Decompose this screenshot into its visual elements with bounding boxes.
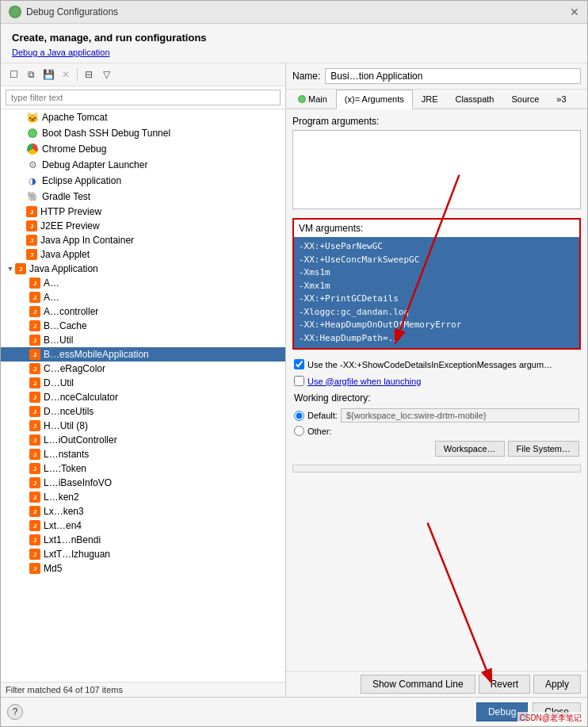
filter-status: Filter matched 64 of 107 items — [6, 685, 123, 694]
dialog-icon — [9, 6, 21, 18]
tree-item-java-applet[interactable]: J Java Applet — [1, 247, 285, 262]
workspace-buttons: Workspace… File System… — [294, 438, 579, 460]
program-args-input[interactable] — [292, 130, 581, 209]
tree-item-child-lnstants[interactable]: J L…nstants — [1, 447, 285, 461]
tree-item-child-lbaseinfo[interactable]: J L…iBaseInfoVO — [1, 476, 285, 490]
tree-item-child-dutil[interactable]: J D…Util — [1, 376, 285, 390]
tab-arguments[interactable]: (x)= Arguments — [336, 90, 413, 109]
tree-item-child-lxken3[interactable]: J Lx…ken3 — [1, 504, 285, 518]
vm-args-content[interactable]: -XX:+UseParNewGC -XX:+UseConcMarkSweepGC… — [294, 237, 579, 348]
tree-item-debug-adapter[interactable]: ⚙ Debug Adapter Launcher — [1, 157, 285, 173]
java-icon: J — [29, 320, 40, 331]
tree-item-child-a1[interactable]: J A… — [1, 276, 285, 290]
filter-button[interactable]: ⊟ — [81, 67, 97, 82]
help-button[interactable]: ? — [7, 704, 23, 720]
java-icon: J — [29, 434, 40, 446]
checkbox-row-1: Use the -XX:+ShowCodeDetailsInExceptionM… — [292, 356, 581, 373]
delete-button[interactable]: ✕ — [58, 67, 74, 82]
tree-label: D…nceCalculator — [44, 392, 118, 403]
filter-input[interactable] — [6, 90, 281, 105]
tree-item-apache-tomcat[interactable]: 🐱 Apache Tomcat — [1, 109, 285, 125]
watermark: CSDN@老李笔记 — [517, 712, 585, 725]
tab-source[interactable]: Source — [502, 90, 548, 108]
file-system-button[interactable]: File System… — [508, 441, 579, 457]
tree-item-child-lxttlzhuguan[interactable]: J LxtT…lzhuguan — [1, 547, 285, 561]
revert-button[interactable]: Revert — [479, 675, 530, 694]
java-icon: J — [29, 549, 40, 560]
title-bar: Debug Configurations ✕ — [1, 1, 587, 24]
tree-item-http-preview[interactable]: J HTTP Preview — [1, 205, 285, 219]
name-input[interactable] — [325, 68, 581, 84]
subtitle-link[interactable]: Debug a Java application — [12, 48, 110, 57]
java-icon: J — [29, 477, 40, 488]
tree-item-child-md5[interactable]: J Md5 — [1, 561, 285, 576]
tab-more[interactable]: »3 — [548, 90, 575, 108]
tree-item-child-cragcolor[interactable]: J C…eRagColor — [1, 362, 285, 376]
tree-item-child-lken2[interactable]: J L…ken2 — [1, 490, 285, 504]
tree-item-child-butil[interactable]: J B…Util — [1, 333, 285, 347]
tab-jre[interactable]: JRE — [413, 90, 447, 108]
tree-label: A… — [44, 292, 59, 303]
tab-arguments-label: (x)= Arguments — [345, 94, 404, 104]
tree-label: Chrome Debug — [42, 143, 106, 155]
apply-button[interactable]: Apply — [533, 675, 581, 694]
java-icon: J — [26, 206, 37, 217]
tree-item-child-acontroller[interactable]: J A…controller — [1, 304, 285, 319]
tree-item-gradle-test[interactable]: 🐘 Gradle Test — [1, 189, 285, 205]
chrome-icon — [26, 143, 39, 155]
default-radio[interactable] — [294, 411, 304, 421]
tree-label: Apache Tomcat — [42, 112, 108, 123]
tree-item-child-lxten4[interactable]: J Lxt…en4 — [1, 518, 285, 533]
tree-label: B…essMobileApplication — [44, 349, 149, 360]
default-dir-input[interactable] — [341, 408, 579, 423]
tree-item-child-ltoken[interactable]: J L…:Token — [1, 461, 285, 476]
tabs-row: Main (x)= Arguments JRE Classpath Source… — [286, 90, 587, 109]
tree-item-child-hutil8[interactable]: J H…Util (8) — [1, 419, 285, 433]
default-label: Default: — [307, 411, 338, 420]
other-radio-row: Other: — [294, 424, 579, 438]
tab-jre-label: JRE — [422, 94, 438, 104]
status-bar: Filter matched 64 of 107 items — [1, 682, 285, 697]
tree-item-child-lcontroller[interactable]: J L…iOutController — [1, 433, 285, 447]
name-row: Name: — [286, 63, 587, 90]
vm-arg-line: -XX:+PrintGCDetails — [299, 293, 575, 306]
filter-options-button[interactable]: ▽ — [98, 67, 114, 82]
tree-item-child-dutils[interactable]: J D…nceUtils — [1, 404, 285, 419]
java-icon: J — [29, 563, 40, 574]
tree-item-child-bmobile[interactable]: J B…essMobileApplication — [1, 347, 285, 362]
tree-item-eclipse-app[interactable]: ◑ Eclipse Application — [1, 173, 285, 189]
java-icon: J — [26, 249, 37, 260]
tree-label: Gradle Test — [42, 191, 90, 202]
other-radio[interactable] — [294, 426, 304, 436]
tab-more-label: »3 — [556, 94, 566, 104]
vm-arg-line: -Xms1m — [299, 266, 575, 280]
tab-classpath[interactable]: Classpath — [447, 90, 503, 108]
tree-item-j2ee-preview[interactable]: J J2EE Preview — [1, 219, 285, 233]
tab-main[interactable]: Main — [289, 90, 336, 108]
scrollbar-area[interactable] — [292, 465, 581, 473]
heading: Create, manage, and run configurations — [12, 32, 576, 44]
tree-label: B…Util — [44, 335, 73, 346]
tree-item-java-application[interactable]: ▼ J Java Application — [1, 262, 285, 276]
duplicate-button[interactable]: ⧉ — [23, 67, 39, 82]
tree-label: Java Application — [29, 263, 98, 274]
close-icon[interactable]: ✕ — [570, 6, 579, 18]
show-command-line-button[interactable]: Show Command Line — [361, 675, 475, 694]
tree-item-child-bcache[interactable]: J B…Cache — [1, 319, 285, 333]
new-config-button[interactable]: ☐ — [6, 67, 21, 82]
tree-item-child-lxt1bendi[interactable]: J Lxt1…nBendi — [1, 533, 285, 547]
tree-label: L…nstants — [44, 449, 89, 460]
tree-item-java-app-container[interactable]: J Java App In Container — [1, 233, 285, 247]
tree-item-chrome-debug[interactable]: Chrome Debug — [1, 141, 285, 157]
showcode-checkbox[interactable] — [294, 359, 304, 369]
working-dir-label: Working directory: — [294, 392, 579, 404]
tree-item-boot-dash[interactable]: Boot Dash SSH Debug Tunnel — [1, 125, 285, 141]
tree-label: Boot Dash SSH Debug Tunnel — [42, 128, 170, 139]
tree-item-child-a2[interactable]: J A… — [1, 290, 285, 304]
tree-label: H…Util (8) — [44, 420, 88, 431]
save-button[interactable]: 💾 — [40, 67, 56, 82]
tree-label: Eclipse Application — [42, 175, 121, 186]
tree-item-child-dcalculator[interactable]: J D…nceCalculator — [1, 390, 285, 404]
argfile-checkbox[interactable] — [294, 376, 304, 386]
workspace-button[interactable]: Workspace… — [435, 441, 505, 457]
